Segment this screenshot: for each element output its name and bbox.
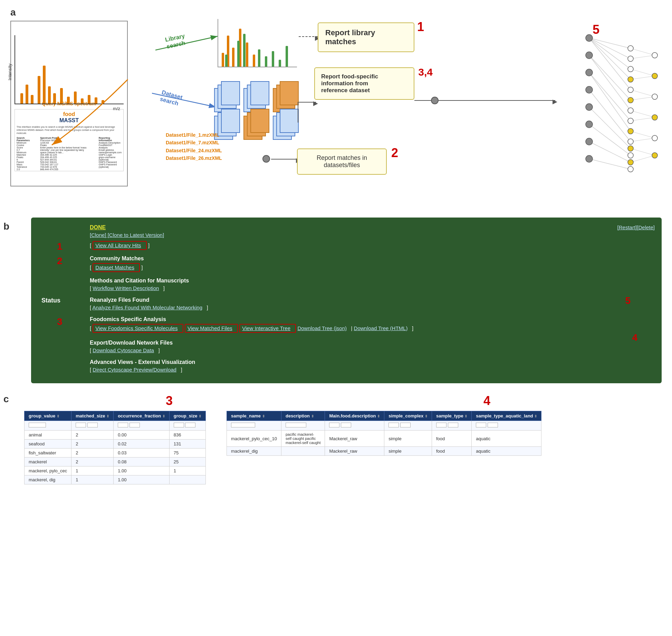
svg-line-29 (631, 148, 655, 155)
report-lib-text: Report library matches (325, 28, 375, 46)
filter-group-size-1[interactable] (174, 423, 184, 427)
svg-point-49 (628, 146, 633, 151)
download-tree-html-link[interactable]: Download Tree (HTML) (354, 325, 408, 331)
svg-point-48 (628, 139, 633, 144)
dataset-matches-link[interactable]: Dataset Matches (95, 264, 134, 270)
section-c: c 3 4 group_value ⇕ matched_size ⇕ occur… (0, 387, 672, 491)
filter-matched-size-2[interactable] (87, 423, 98, 427)
done-header: DONE (90, 224, 651, 231)
table-right: sample_name ⇕ description ⇕ Main.food.de… (227, 411, 541, 456)
svg-line-23 (631, 90, 655, 97)
svg-point-34 (586, 86, 593, 93)
svg-line-28 (631, 138, 655, 142)
filter-desc[interactable] (286, 423, 306, 427)
svg-point-35 (586, 104, 593, 110)
filter-sc-2[interactable] (400, 423, 411, 427)
filter-sample-name[interactable] (231, 423, 255, 427)
step-1: 1 (417, 20, 424, 34)
direct-cytoscape-link[interactable]: Direct Cytoscape Preview/Download (93, 367, 176, 373)
view-interactive-tree-link[interactable]: View Interactive Tree (242, 325, 290, 331)
svg-point-40 (628, 56, 633, 61)
filter-aq-2[interactable] (488, 423, 498, 427)
arrow-food-to-node (414, 100, 432, 101)
orange-curved-arrow (17, 69, 148, 166)
col-sample-type-aquatic: sample_type_aquatic_land ⇕ (472, 411, 541, 421)
svg-line-30 (631, 155, 655, 162)
table-left: group_value ⇕ matched_size ⇕ occurrence_… (24, 411, 206, 484)
dataset-matches-box: Dataset Matches (93, 263, 140, 272)
section-b-label: b (3, 221, 9, 232)
svg-line-17 (589, 142, 631, 162)
intensity-label: Intensity (7, 64, 12, 80)
svg-point-33 (586, 69, 593, 76)
filter-matched-size-1[interactable] (76, 423, 86, 427)
filter-occur-1[interactable] (118, 423, 128, 427)
section-a-label: a (10, 7, 16, 18)
filter-group-value[interactable] (29, 423, 46, 427)
workflow-written-desc-link[interactable]: Workflow Written Description (93, 285, 159, 291)
svg-point-56 (652, 115, 657, 120)
arrow-head-2: ▶ (313, 99, 318, 107)
svg-line-18 (589, 159, 631, 169)
b-step-2: 2 (57, 256, 63, 267)
section-b: Status DONE [Clone] [Clone to Latest Ver… (31, 218, 662, 383)
dataset-stacks (214, 81, 300, 150)
methods-section: Methods and Citation for Manuscripts [ W… (90, 278, 651, 291)
view-foodomics-link[interactable]: View Foodomics Specific Molecules (95, 325, 177, 331)
svg-point-36 (586, 121, 593, 128)
svg-line-16 (589, 124, 631, 155)
table-row: mackerel, dig 1 1.00 (25, 475, 206, 484)
section-c-label: c (3, 394, 9, 405)
section-c-step4: 4 (483, 394, 490, 408)
network-node (262, 155, 270, 163)
arrow-head-4: ▶ (553, 98, 557, 105)
table-row: mackerel_dig Mackerel_raw simple food aq… (227, 447, 541, 456)
svg-line-24 (631, 97, 655, 100)
b-step-5: 5 (625, 295, 631, 306)
svg-line-14 (589, 90, 631, 142)
advanced-section: Advanced Views - External Visualization … (90, 359, 651, 373)
svg-point-32 (586, 52, 593, 59)
svg-point-39 (628, 46, 633, 51)
middle-node (431, 97, 439, 104)
table-row: seafood 2 0.02 131 (25, 440, 206, 449)
dataset-files-label: Dataset1/File_1.mzXML Dataset1/File_7.mz… (166, 131, 222, 162)
table-row: animal 2 0.00 836 (25, 431, 206, 440)
filter-occur-2[interactable] (129, 423, 140, 427)
view-library-hits-box: View All Library Hits (93, 241, 146, 250)
methods-title: Methods and Citation for Manuscripts (90, 278, 651, 284)
svg-point-38 (586, 155, 593, 162)
view-matched-files-link[interactable]: View Matched Files (188, 325, 232, 331)
col-occurrence-fraction: occurrence_fraction ⇕ (114, 411, 170, 421)
filter-sc-1[interactable] (388, 423, 399, 427)
step-2: 2 (391, 146, 398, 160)
clone-label[interactable]: [Clone] [Clone to Latest Version] (90, 232, 164, 238)
view-interactive-tree-box: View Interactive Tree (239, 324, 296, 333)
view-all-library-hits-link[interactable]: View All Library Hits (95, 242, 141, 248)
table-right-container: sample_name ⇕ description ⇕ Main.food.de… (227, 411, 541, 484)
export-title: Export/Download Network Files (90, 340, 651, 346)
download-cytoscape-link[interactable]: Download Cytoscape Data (93, 347, 154, 353)
svg-point-54 (652, 73, 657, 79)
tree-visualization: 5 (561, 21, 665, 193)
col-sample-type: sample_type ⇕ (432, 411, 471, 421)
svg-point-47 (628, 128, 633, 134)
svg-line-27 (631, 131, 655, 138)
svg-point-41 (628, 66, 633, 72)
filter-aq-1[interactable] (476, 423, 486, 427)
spectrum-comparison (218, 19, 297, 67)
col-description: description ⇕ (281, 411, 325, 421)
filter-mfd-1[interactable] (329, 423, 339, 427)
filter-st-2[interactable] (448, 423, 458, 427)
download-tree-json-link[interactable]: Download Tree (json) (297, 325, 347, 331)
col-simple-complex: simple_complex ⇕ (384, 411, 432, 421)
export-section: Export/Download Network Files [ Download… (90, 340, 651, 354)
filter-group-size-2[interactable] (185, 423, 195, 427)
filter-st-1[interactable] (436, 423, 447, 427)
restart-delete[interactable]: [Restart][Delete] (617, 224, 655, 230)
col-matched-size: matched_size ⇕ (71, 411, 114, 421)
svg-line-8 (589, 38, 631, 79)
analyze-molecular-link[interactable]: Analyze Files Found With Molecular Netwo… (93, 305, 202, 310)
col-sample-name: sample_name ⇕ (227, 411, 281, 421)
filter-mfd-2[interactable] (341, 423, 351, 427)
